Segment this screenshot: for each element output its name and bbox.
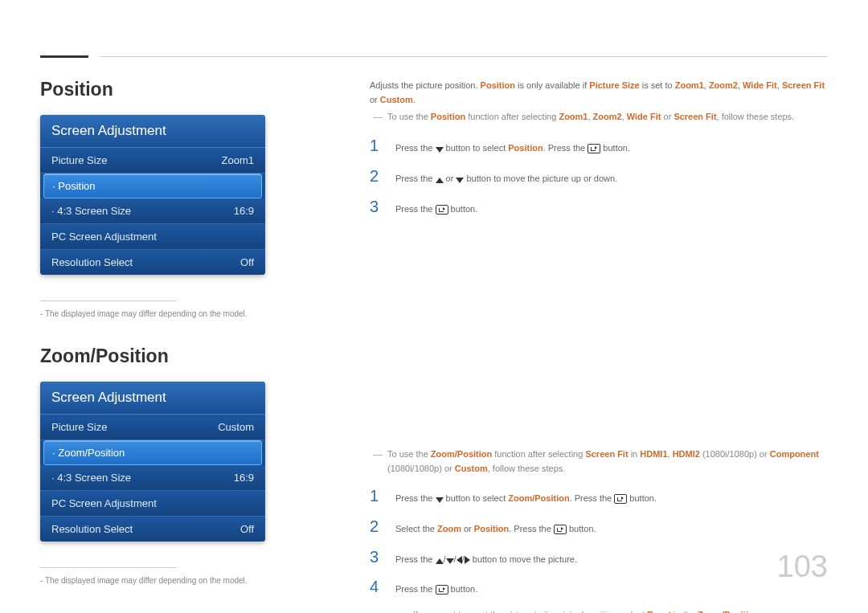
menu-label: Position bbox=[52, 180, 95, 192]
enter-icon bbox=[436, 585, 448, 595]
right-column: Adjusts the picture position. Position i… bbox=[330, 79, 828, 613]
enter-icon bbox=[436, 205, 448, 215]
zoom-position-step-2: 2 Select the Zoom or Position. Press the… bbox=[370, 517, 828, 537]
menu-label: PC Screen Adjustment bbox=[51, 497, 157, 509]
left-column: Position Screen Adjustment Picture Size … bbox=[40, 79, 330, 613]
menu-value: Off bbox=[240, 256, 254, 268]
zoom-position-tip: ― To use the Zoom/Position function afte… bbox=[370, 447, 828, 476]
menu-row-resolution-select[interactable]: Resolution Select Off bbox=[40, 517, 265, 541]
section-title-zoom-position: Zoom/Position bbox=[40, 345, 293, 367]
menu-label: PC Screen Adjustment bbox=[51, 231, 157, 243]
position-step-3: 3 Press the button. bbox=[370, 198, 828, 217]
menu-row-pc-screen-adjustment[interactable]: PC Screen Adjustment bbox=[40, 491, 265, 517]
arrow-right-icon bbox=[465, 556, 470, 564]
arrow-up-icon bbox=[436, 558, 444, 564]
menu-row-resolution-select[interactable]: Resolution Select Off bbox=[40, 250, 265, 275]
tip-dash-icon: ― bbox=[373, 447, 383, 463]
step-number: 1 bbox=[370, 137, 384, 155]
step-number: 3 bbox=[370, 548, 384, 566]
zoom-position-step-1: 1 Press the button to select Zoom/Positi… bbox=[370, 487, 828, 506]
footnote-text: - The displayed image may differ dependi… bbox=[40, 576, 293, 585]
menu-row-picture-size[interactable]: Picture Size Zoom1 bbox=[40, 148, 265, 174]
step-number: 2 bbox=[370, 517, 384, 536]
menu-panel-position: Screen Adjustment Picture Size Zoom1 Pos… bbox=[40, 115, 265, 275]
menu-label: Picture Size bbox=[51, 154, 107, 166]
menu-value: Off bbox=[240, 523, 254, 535]
arrow-left-icon bbox=[457, 556, 462, 564]
menu-row-position-selected[interactable]: Position bbox=[43, 174, 262, 198]
menu-panel-zoom-position: Screen Adjustment Picture Size Custom Zo… bbox=[40, 382, 265, 541]
menu-label: Resolution Select bbox=[51, 523, 133, 535]
arrow-down-icon bbox=[436, 497, 444, 503]
enter-icon bbox=[554, 525, 567, 534]
menu-value: 16:9 bbox=[234, 472, 254, 484]
menu-header: Screen Adjustment bbox=[40, 115, 265, 148]
menu-value: 16:9 bbox=[234, 205, 254, 217]
arrow-down-icon bbox=[456, 178, 464, 183]
page-number: 103 bbox=[777, 550, 828, 584]
header-accent-bar bbox=[40, 55, 88, 58]
step-number: 2 bbox=[370, 167, 384, 186]
menu-label: Picture Size bbox=[51, 421, 107, 433]
menu-label: Zoom/Position bbox=[52, 447, 125, 459]
menu-label: Resolution Select bbox=[51, 256, 133, 268]
step-number: 3 bbox=[370, 198, 384, 216]
footnote-divider bbox=[40, 567, 177, 568]
step-number: 4 bbox=[370, 578, 384, 596]
menu-row-picture-size[interactable]: Picture Size Custom bbox=[40, 415, 265, 440]
menu-value: Zoom1 bbox=[222, 154, 254, 166]
section-title-position: Position bbox=[40, 79, 293, 100]
tip-dash-icon: ― bbox=[373, 110, 383, 125]
menu-row-zoom-position-selected[interactable]: Zoom/Position bbox=[43, 440, 262, 465]
footnote-text: - The displayed image may differ dependi… bbox=[40, 309, 293, 318]
header-divider bbox=[100, 56, 828, 57]
arrow-up-icon bbox=[436, 178, 444, 183]
footnote-divider bbox=[40, 300, 177, 301]
reset-note: ― If you want to reset the picture to it… bbox=[395, 608, 828, 613]
menu-label: 4:3 Screen Size bbox=[51, 472, 131, 484]
menu-row-43-screen-size[interactable]: 4:3 Screen Size 16:9 bbox=[40, 198, 265, 224]
menu-value: Custom bbox=[218, 421, 254, 433]
step-number: 1 bbox=[370, 487, 384, 505]
enter-icon bbox=[614, 494, 627, 504]
position-tip: ― To use the Position function after sel… bbox=[370, 110, 828, 125]
enter-icon bbox=[588, 144, 600, 153]
tip-dash-icon: ― bbox=[399, 608, 408, 613]
position-intro: Adjusts the picture position. Position i… bbox=[370, 79, 828, 107]
position-step-2: 2 Press the or button to move the pictur… bbox=[370, 167, 828, 186]
page-content: Position Screen Adjustment Picture Size … bbox=[0, 0, 868, 613]
menu-label: 4:3 Screen Size bbox=[51, 205, 131, 217]
position-step-1: 1 Press the button to select Position. P… bbox=[370, 137, 828, 156]
menu-header: Screen Adjustment bbox=[40, 382, 265, 415]
zoom-position-step-4: 4 Press the button. bbox=[370, 578, 828, 597]
menu-row-43-screen-size[interactable]: 4:3 Screen Size 16:9 bbox=[40, 465, 265, 491]
arrow-down-icon bbox=[446, 558, 454, 564]
menu-row-pc-screen-adjustment[interactable]: PC Screen Adjustment bbox=[40, 224, 265, 250]
arrow-down-icon bbox=[436, 147, 444, 153]
zoom-position-step-3: 3 Press the /// button to move the pictu… bbox=[370, 548, 828, 567]
